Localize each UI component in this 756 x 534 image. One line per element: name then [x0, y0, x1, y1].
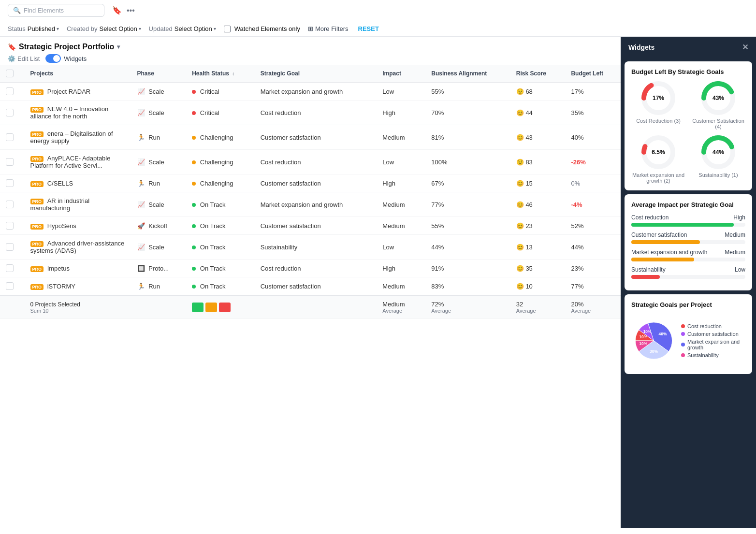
- row-phase: 🏃 Run: [131, 125, 187, 150]
- footer-check: [0, 295, 25, 319]
- bar-label: Market expansion and growth: [631, 249, 707, 256]
- search-icon: 🔍: [13, 7, 21, 14]
- row-check: [0, 277, 25, 296]
- row-health: On Track: [186, 260, 254, 277]
- footer-impact: Medium Average: [377, 295, 425, 319]
- row-risk: 😊 44: [510, 101, 566, 125]
- row-alignment: 70%: [425, 101, 510, 125]
- widgets-close-btn[interactable]: ✕: [742, 43, 748, 52]
- footer-goal: [255, 295, 377, 319]
- row-checkbox[interactable]: [6, 282, 14, 290]
- status-value[interactable]: Published ▾: [28, 25, 59, 32]
- row-health: Challenging: [186, 125, 254, 150]
- row-checkbox[interactable]: [6, 264, 14, 272]
- row-project: PRO AnyPLACE- Adaptable Platform for Act…: [25, 150, 131, 174]
- created-filter[interactable]: Created by Select Option ▾: [67, 25, 141, 32]
- row-budget: 40%: [565, 125, 621, 150]
- donut-container: 6.5%: [641, 135, 675, 169]
- widgets-toggle[interactable]: Widgets: [45, 54, 87, 63]
- status-filter[interactable]: Status Published ▾: [8, 25, 59, 32]
- more-filters-label: More Filters: [315, 25, 349, 32]
- donut-value: 44%: [712, 149, 724, 156]
- row-health: On Track: [186, 277, 254, 296]
- row-project: PRO iSTORMY: [25, 277, 131, 296]
- row-checkbox[interactable]: [6, 87, 14, 95]
- risk-icon: 😊: [516, 283, 524, 290]
- row-checkbox[interactable]: [6, 109, 14, 116]
- legend-item: Cost reduction: [681, 323, 745, 329]
- row-goal: Market expansion and growth: [255, 83, 377, 101]
- pro-badge: PRO: [30, 89, 44, 95]
- row-project: PRO AR in industrial manufacturing: [25, 192, 131, 217]
- health-label: On Track: [200, 222, 226, 230]
- row-checkbox[interactable]: [6, 133, 14, 141]
- status-label: Status: [8, 25, 26, 32]
- row-project: PRO NEW 4.0 – Innovation alliance for th…: [25, 101, 131, 125]
- row-goal: Customer satisfaction: [255, 217, 377, 235]
- row-project: PRO Advanced driver-assistance systems (…: [25, 235, 131, 260]
- row-check: [0, 150, 25, 174]
- health-label: Challenging: [200, 134, 233, 141]
- more-filters-btn[interactable]: ⊞ More Filters: [308, 25, 349, 32]
- row-health: On Track: [186, 235, 254, 260]
- row-checkbox[interactable]: [6, 179, 14, 187]
- pie-widget: Strategic Goals per Project 10%10%40%30%…: [625, 294, 752, 374]
- updated-chevron: ▾: [214, 26, 216, 31]
- project-name: Impetus: [47, 265, 70, 272]
- donut-item: 17% Cost Reduction (3): [631, 81, 685, 130]
- risk-score: 46: [525, 201, 532, 208]
- badge-red: [219, 303, 231, 312]
- filter-icon: ⊞: [308, 25, 313, 32]
- row-checkbox[interactable]: [6, 222, 14, 230]
- row-phase: 📈 Scale: [131, 235, 187, 260]
- legend-label: Cost reduction: [687, 323, 722, 329]
- donut-container: 43%: [701, 81, 735, 115]
- created-value[interactable]: Select Option ▾: [100, 25, 141, 32]
- health-dot: [192, 160, 196, 164]
- phase-icon: 📈: [137, 88, 145, 95]
- budget-widget: Budget Left By Strategic Goals 17% Cost …: [625, 61, 752, 190]
- row-check: [0, 101, 25, 125]
- row-alignment: 55%: [425, 217, 510, 235]
- row-check: [0, 192, 25, 217]
- row-check: [0, 217, 25, 235]
- row-goal: Market expansion and growth: [255, 192, 377, 217]
- row-checkbox[interactable]: [6, 243, 14, 251]
- risk-score: 68: [525, 88, 532, 95]
- header-health[interactable]: Health Status ↕: [186, 65, 254, 83]
- toggle-switch[interactable]: [45, 54, 61, 63]
- pro-badge: PRO: [30, 241, 44, 247]
- updated-value[interactable]: Select Option ▾: [174, 25, 216, 32]
- reset-button[interactable]: RESET: [358, 25, 379, 32]
- pie-area: 10%10%40%30%10% Cost reduction Customer …: [631, 314, 745, 367]
- more-icon[interactable]: •••: [127, 6, 135, 15]
- select-all-checkbox[interactable]: [6, 70, 14, 77]
- pie-slice-label: 40%: [659, 332, 667, 336]
- row-alignment: 55%: [425, 83, 510, 101]
- row-checkbox[interactable]: [6, 158, 14, 166]
- phase-icon: 🏃: [137, 283, 145, 290]
- watched-filter[interactable]: Watched Elements only: [224, 25, 300, 32]
- risk-icon: 😊: [516, 180, 524, 187]
- row-risk: 😊 13: [510, 235, 566, 260]
- table-header: Projects Phase Health Status ↕ Strategic…: [0, 65, 621, 83]
- edit-list-label: Edit List: [17, 55, 40, 62]
- pie-chart: 10%10%40%30%10%: [631, 314, 676, 367]
- updated-filter[interactable]: Updated Select Option ▾: [149, 25, 216, 32]
- row-risk: 😊 23: [510, 217, 566, 235]
- table-footer: 0 Projects Selected Sum 10 Medium: [0, 295, 621, 319]
- donut-value: 6.5%: [652, 149, 665, 156]
- impact-widget: Average Impact per Strategic Goal Cost r…: [625, 194, 752, 290]
- watched-checkbox[interactable]: [224, 26, 231, 32]
- row-project: PRO HypoSens: [25, 217, 131, 235]
- phase-icon: 🔲: [137, 265, 145, 272]
- edit-list-btn[interactable]: ⚙️ Edit List: [8, 55, 40, 62]
- header-projects: Projects: [25, 65, 131, 83]
- legend-dot: [681, 343, 685, 346]
- row-checkbox[interactable]: [6, 201, 14, 208]
- footer-alignment: 72% Average: [425, 295, 510, 319]
- bookmark-icon[interactable]: 🔖: [112, 6, 122, 15]
- row-goal: Customer satisfaction: [255, 125, 377, 150]
- footer-selected-label: 0 Projects Selected: [30, 301, 126, 308]
- search-box[interactable]: 🔍 Find Elements: [8, 4, 104, 17]
